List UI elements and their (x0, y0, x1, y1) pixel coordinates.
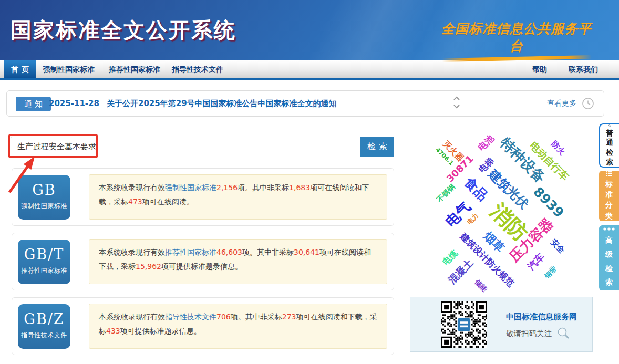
standard-code: GB/T (18, 246, 70, 263)
notice-link[interactable]: 2025-11-28关于公开2025年第29号中国国家标准公告中国家标准全文的通… (49, 99, 337, 109)
tab-standard-classification[interactable]: 标准分类 (599, 171, 619, 221)
keyword-cloud-word[interactable]: 不锈钢 (435, 182, 457, 204)
standard-description: 本系统收录现行有效指导性技术文件706项。其中非采标273项可在线阅读和下载，采… (89, 304, 387, 349)
standard-description: 本系统收录现行有效推荐性国家标准46,603项。其中非采标30,641项可在线阅… (89, 239, 387, 284)
description-text: 项可提供标准题录信息。 (161, 262, 242, 271)
standard-count: 46,603 (216, 248, 242, 256)
standard-card-icon[interactable]: GB/T推荐性国家标准 (18, 240, 70, 284)
standard-card: GB强制性国家标准本系统收录现行有效强制性国家标准2,156项。其中非采标1,6… (12, 168, 394, 226)
magnifier-icon (556, 327, 570, 340)
qr-caption-text: 敬请扫码关注 (506, 329, 552, 338)
standard-count: 473 (128, 197, 142, 206)
chevron-down-icon[interactable] (452, 102, 461, 110)
standard-count: 433 (106, 327, 120, 335)
standard-count: 15,962 (136, 262, 161, 271)
standard-label: 强制性国家标准 (18, 202, 70, 211)
standard-card-icon[interactable]: GB强制性国家标准 (18, 175, 70, 220)
standard-card-icon[interactable]: GB/Z指导性技术文件 (18, 304, 70, 349)
header-banner: 国家标准全文公开系统 全国标准信息公共服务平台 (0, 0, 619, 60)
notice-badge[interactable]: 通知 (16, 97, 51, 111)
keyword-cloud-word[interactable]: 电池 (476, 132, 497, 153)
keyword-cloud-word[interactable]: 电气 (441, 197, 475, 231)
standard-count: 273 (282, 313, 296, 321)
standard-count: 30,641 (294, 248, 319, 256)
list-icon (603, 171, 615, 177)
description-text: 项可在线阅读。 (142, 197, 194, 206)
standard-label: 推荐性国家标准 (18, 266, 70, 275)
search-button[interactable]: 检索 (360, 137, 394, 157)
nav-item-contact[interactable]: 联系我们 (569, 60, 598, 78)
qr-site-link[interactable]: 中国标准信息服务网 (506, 312, 577, 322)
search-icon (604, 124, 615, 127)
description-text: 本系统收录现行有效 (99, 313, 165, 321)
dots-icon (603, 226, 615, 232)
keyword-cloud: 灭火器4706.1电池特种设备防火电动自行车30871电梯不锈钢食品建筑光伏89… (410, 127, 599, 294)
standard-count: 1,683 (289, 183, 310, 192)
standard-card: GB/Z指导性技术文件本系统收录现行有效指导性技术文件706项。其中非采标273… (12, 297, 394, 355)
chevron-up-icon[interactable] (452, 95, 461, 102)
clock-icon[interactable] (582, 97, 594, 110)
nav-item-recommended[interactable]: 推荐性国家标准 (109, 60, 160, 78)
tab-standard-classification-label: 标准分类 (605, 179, 613, 221)
tab-normal-search[interactable]: 普通检索 (599, 123, 619, 168)
standard-type-link[interactable]: 指导性技术文件 (165, 313, 216, 321)
notice-title: 关于公开2025年第29号中国国家标准公告中国家标准全文的通知 (107, 99, 337, 108)
description-text: 本系统收录现行有效 (99, 248, 165, 256)
standard-card: GB/T推荐性国家标准本系统收录现行有效推荐性国家标准46,603项。其中非采标… (12, 233, 394, 290)
keyword-cloud-word[interactable]: 8939 (530, 184, 567, 221)
description-text: 项。其中非采标 (238, 183, 289, 192)
qr-code-image (441, 301, 487, 348)
site-title: 国家标准全文公开系统 (11, 16, 236, 45)
tab-advanced-search[interactable]: 高级检索 (599, 225, 619, 290)
description-text: 项。其中非采标 (231, 313, 282, 321)
standard-description: 本系统收录现行有效强制性国家标准2,156项。其中非采标1,683项可在线阅读和… (89, 174, 387, 220)
tab-advanced-search-label: 高级检索 (605, 233, 613, 289)
standard-type-link[interactable]: 推荐性国家标准 (165, 248, 216, 256)
description-text: 本系统收录现行有效 (99, 183, 165, 192)
standard-count: 706 (216, 313, 231, 321)
standard-code: GB (18, 182, 70, 198)
standard-label: 指导性技术文件 (18, 331, 70, 340)
standard-code: GB/Z (18, 311, 70, 327)
notice-date: 2025-11-28 (49, 99, 99, 108)
keyword-cloud-word[interactable]: 安全 (549, 237, 567, 256)
standard-type-link[interactable]: 强制性国家标准 (165, 183, 216, 192)
description-text: 项可提供标准题录信息。 (120, 327, 201, 335)
nav-item-mandatory[interactable]: 强制性国家标准 (43, 60, 95, 78)
notice-bar: 通知 2025-11-28关于公开2025年第29号中国国家标准公告中国家标准全… (6, 90, 604, 117)
platform-logo-text: 全国标准信息公共服务平台 (435, 20, 598, 55)
platform-logo[interactable]: 全国标准信息公共服务平台 (435, 20, 598, 60)
qr-panel: 中国标准信息服务网 敬请扫码关注 (410, 297, 593, 352)
notice-scroll-arrows (452, 95, 463, 113)
page: 国家标准全文公开系统 全国标准信息公共服务平台 首页 强制性国家标准 推荐性国家… (0, 0, 619, 364)
nav-item-help[interactable]: 帮助 (532, 60, 547, 78)
nav-item-guiding[interactable]: 指导性技术文件 (172, 60, 223, 78)
qr-caption: 敬请扫码关注 (506, 327, 570, 340)
search-input[interactable] (11, 137, 360, 157)
keyword-cloud-word[interactable]: 钢带 (542, 264, 559, 280)
view-more-link[interactable]: 查看更多 (547, 99, 576, 108)
nav-item-home[interactable]: 首页 (4, 60, 36, 78)
main-nav: 首页 强制性国家标准 推荐性国家标准 指导性技术文件 帮助 联系我们 (0, 60, 619, 80)
tab-normal-search-label: 普通检索 (605, 128, 614, 167)
description-text: 项。其中非采标 (242, 248, 294, 256)
standard-count: 2,156 (216, 183, 238, 192)
keyword-cloud-word[interactable]: 储能 (472, 277, 489, 294)
